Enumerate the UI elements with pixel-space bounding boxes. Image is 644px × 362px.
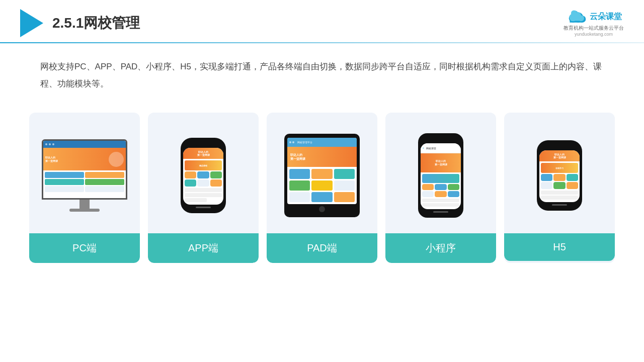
app-card: 职达人的第一堂网课 精品课程: [148, 113, 259, 263]
brand-slogan: 教育机构一站式服务云平台: [564, 25, 624, 32]
wp-header: ‹ 网校课堂: [421, 143, 461, 153]
ts-body: [287, 167, 357, 204]
ps-icon: [197, 179, 209, 187]
wp-icon: [448, 184, 459, 190]
ps-icon: [541, 182, 552, 189]
ps-body: 精品课程: [183, 159, 223, 205]
phone-home-bar: [433, 211, 448, 213]
h5-icon-grid: [541, 174, 578, 189]
ps-icon: [541, 174, 552, 181]
screen-hero: 职达人的第一堂网课: [43, 148, 126, 170]
phone-body: ‹ 网校课堂 职达人的第一堂网课: [418, 133, 463, 218]
wp-body: [421, 172, 461, 209]
phone-notch: [549, 144, 570, 148]
monitor-stand: [79, 200, 90, 209]
ps-row: [541, 191, 578, 195]
pad-card: 网校管理平台 职达人的第一堂网课: [267, 113, 377, 263]
app-phone-mock: 职达人的第一堂网课 精品课程: [181, 138, 226, 213]
ts-header: 网校管理平台: [287, 138, 357, 147]
pc-label: PC端: [29, 233, 140, 263]
logo-icon: [20, 9, 43, 37]
wp-icon: [422, 191, 434, 197]
ps-icon: [210, 179, 222, 187]
ts-block: [289, 180, 310, 191]
ts-block: [311, 192, 332, 202]
device-cards-container: 职达人的第一堂网课: [0, 103, 644, 278]
pc-monitor: 职达人的第一堂网课: [42, 139, 127, 212]
pad-label: PAD端: [267, 233, 377, 263]
ps-banner: 精品课程: [185, 160, 222, 170]
ps-icon: [185, 179, 196, 187]
brand-area: 云朵课堂 教育机构一站式服务云平台 yunduoketang.com: [564, 10, 624, 37]
screen-block: [45, 179, 84, 185]
cloud-icon: [566, 10, 587, 24]
h5-label: H5: [504, 233, 615, 261]
ps-header: 职达人的第一堂网课: [183, 148, 223, 159]
ts-block: [334, 192, 355, 202]
phone-screen: 职达人的第一堂网课 在线学习: [539, 150, 580, 202]
ts-dot: [292, 141, 294, 143]
wp-icon: [422, 184, 434, 190]
screen-block: [85, 179, 124, 185]
ts-hero: 职达人的第一堂网课: [287, 147, 357, 167]
ps-row: [185, 198, 207, 202]
svg-rect-8: [571, 18, 583, 21]
ts-block: [311, 180, 332, 191]
miniprogram-image-area: ‹ 网校课堂 职达人的第一堂网课: [385, 113, 496, 233]
page-title: 2.5.1网校管理: [52, 14, 140, 33]
nav-dot: [45, 143, 47, 145]
phone-notch: [431, 137, 451, 141]
screen-block: [45, 186, 84, 192]
h5-phone-mock: 职达人的第一堂网课 在线学习: [537, 140, 582, 211]
wp-banner: [422, 174, 459, 183]
screen-content: 职达人的第一堂网课: [43, 141, 126, 198]
wp-hero: 职达人的第一堂网课: [421, 153, 461, 172]
brand-url: yunduoketang.com: [575, 32, 613, 37]
ps-icon: [210, 171, 222, 178]
brand-logo: 云朵课堂: [566, 10, 622, 24]
h5-ps-body: 在线学习: [539, 161, 580, 202]
screen-body: [43, 170, 126, 194]
phone-screen: 职达人的第一堂网课 精品课程: [183, 148, 223, 205]
pad-image-area: 网校管理平台 职达人的第一堂网课: [267, 113, 377, 233]
screen-nav: [43, 141, 126, 148]
header: 2.5.1网校管理 云朵课堂 教育机构一站式服务云平台 yunduoketang…: [0, 0, 644, 37]
phone-screen: ‹ 网校课堂 职达人的第一堂网课: [421, 143, 461, 209]
tablet-body: 网校管理平台 职达人的第一堂网课: [284, 134, 360, 217]
ps-icon: [185, 171, 196, 178]
ts-block: [311, 169, 332, 179]
ts-block: [334, 169, 355, 179]
screen-block: [85, 186, 124, 192]
header-left: 2.5.1网校管理: [20, 9, 140, 37]
nav-dot: [49, 143, 51, 145]
screen-block: [45, 172, 84, 178]
ts-block: [289, 192, 310, 202]
ps-icon: [197, 171, 209, 178]
app-label: APP端: [148, 233, 259, 263]
phone-home-bar: [196, 207, 211, 208]
ps-row: [185, 188, 222, 192]
miniprogram-card: ‹ 网校课堂 职达人的第一堂网课: [385, 113, 496, 263]
phone-body: 职达人的第一堂网课 在线学习: [537, 140, 582, 211]
brand-name: 云朵课堂: [590, 12, 622, 22]
h5-ps-banner: 在线学习: [541, 163, 578, 173]
screen-block: [85, 172, 124, 178]
wp-icon: [435, 191, 446, 197]
phone-body: 职达人的第一堂网课 精品课程: [181, 138, 226, 213]
h5-card: 职达人的第一堂网课 在线学习: [504, 113, 615, 263]
ps-icon: [567, 174, 578, 181]
wp-icon: [435, 184, 446, 190]
wp-row: [422, 199, 459, 202]
ts-block: [334, 180, 355, 191]
wechat-phone-mock: ‹ 网校课堂 职达人的第一堂网课: [418, 133, 463, 218]
tablet-screen: 网校管理平台 职达人的第一堂网课: [287, 138, 357, 204]
wp-icon-grid: [422, 184, 459, 197]
ps-icon: [567, 182, 578, 189]
wp-row: [422, 203, 459, 207]
wp-icon: [448, 191, 459, 197]
ts-block: [289, 169, 310, 179]
monitor-base: [69, 209, 100, 212]
h5-image-area: 职达人的第一堂网课 在线学习: [504, 113, 615, 233]
monitor-screen: 职达人的第一堂网课: [42, 139, 127, 200]
ps-icon: [553, 174, 565, 181]
